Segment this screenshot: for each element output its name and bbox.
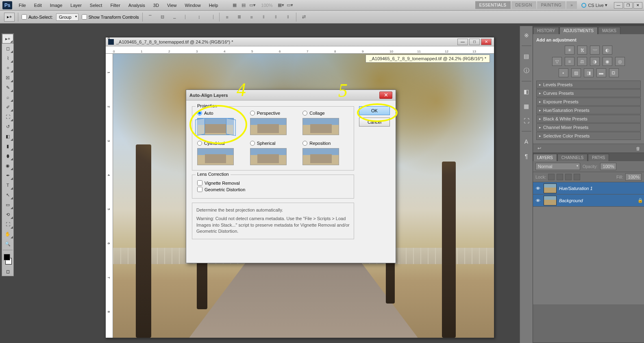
dialog-close-icon[interactable]: ✕ [379, 92, 392, 99]
healing-brush-tool[interactable]: ⌕ [2, 92, 13, 102]
window-restore-icon[interactable]: ❐ [624, 2, 633, 9]
menu-layer[interactable]: Layer [66, 1, 86, 9]
info-panel-icon[interactable]: ⓘ [522, 66, 531, 75]
auto-select-target-dropdown[interactable]: Group [56, 13, 78, 21]
tab-masks[interactable]: MASKS [598, 27, 620, 34]
lock-all-icon[interactable] [574, 174, 580, 180]
hand-tool[interactable]: ✋ [2, 229, 13, 239]
lock-transparency-icon[interactable] [548, 174, 555, 180]
cs-live-button[interactable]: CS Live ▾ [577, 2, 611, 8]
menu-image[interactable]: Image [46, 1, 67, 9]
preset-exposure-presets[interactable]: Exposure Presets [536, 98, 641, 106]
swatches-panel-icon[interactable]: ▦ [522, 102, 531, 111]
workspace-painting[interactable]: PAINTING [537, 1, 566, 9]
launch-minibridge-icon[interactable]: ▤ [239, 1, 248, 9]
menu-analysis[interactable]: Analysis [124, 1, 149, 9]
preset-hue/saturation-presets[interactable]: Hue/Saturation Presets [536, 106, 641, 114]
color-panel-icon[interactable]: ◧ [522, 87, 531, 96]
arrange-documents-icon[interactable]: ▦▾ [276, 1, 285, 9]
align-top-icon[interactable]: ⎺ [146, 13, 155, 21]
paragraph-panel-icon[interactable]: ¶ [522, 152, 531, 161]
ok-button[interactable]: OK [359, 106, 390, 115]
vignette-removal-checkbox[interactable]: Vignette Removal [197, 180, 349, 186]
threshold-icon[interactable]: ◨ [584, 68, 594, 77]
workspace-essentials[interactable]: ESSENTIALS [475, 1, 511, 9]
projection-cylindrical-option[interactable]: Cylindrical [197, 141, 244, 165]
opacity-input[interactable]: 100% [600, 163, 616, 170]
auto-select-checkbox[interactable]: Auto-Select: [22, 14, 53, 20]
workspace-design[interactable]: DESIGN [511, 1, 536, 9]
menu-select[interactable]: Select [86, 1, 107, 9]
quick-select-tool[interactable]: ✧ [2, 63, 13, 73]
photo-filter-icon[interactable]: ◉ [603, 57, 612, 66]
doc-close-icon[interactable]: ✕ [481, 39, 492, 45]
projection-collage-option[interactable]: Collage [302, 111, 349, 135]
preset-curves-presets[interactable]: Curves Presets [536, 89, 641, 97]
3d-rotate-tool[interactable]: ⟲ [2, 210, 13, 219]
cancel-button[interactable]: Cancel [359, 118, 390, 127]
curves-icon[interactable]: 〰 [590, 46, 600, 55]
marquee-tool[interactable]: ◻ [2, 44, 13, 53]
screen-mode-icon[interactable]: ▭▾ [285, 1, 294, 9]
dodge-tool[interactable]: ◉ [2, 161, 13, 170]
lock-pixels-icon[interactable] [557, 174, 563, 180]
brush-tool[interactable]: ✐ [2, 102, 13, 112]
distribute-bottom-icon[interactable]: ≡ [247, 13, 256, 21]
zoom-level[interactable]: 100% [261, 3, 272, 8]
gradient-map-icon[interactable]: ▬ [596, 68, 606, 77]
adjustments-trash-icon[interactable]: 🗑 [634, 145, 642, 152]
character-panel-icon[interactable]: A [522, 137, 531, 146]
view-extras-icon[interactable]: ▭▾ [248, 1, 257, 9]
projection-spherical-option[interactable]: Spherical [250, 141, 296, 165]
menu-window[interactable]: Window [181, 1, 205, 9]
lasso-tool[interactable]: ⌇ [2, 53, 13, 63]
distribute-top-icon[interactable]: ≡ [223, 13, 232, 21]
eyedropper-tool[interactable]: ✎ [2, 83, 13, 92]
foreground-color-swatch[interactable] [4, 254, 10, 260]
menu-help[interactable]: Help [205, 1, 222, 9]
workspace-more[interactable]: » [566, 1, 577, 9]
launch-bridge-icon[interactable]: ▦ [230, 1, 239, 9]
menu-filter[interactable]: Filter [106, 1, 124, 9]
history-brush-tool[interactable]: ↺ [2, 122, 13, 131]
tab-history[interactable]: HISTORY [533, 27, 559, 34]
vibrance-icon[interactable]: ▽ [552, 57, 562, 66]
auto-align-icon[interactable]: ⇄ [300, 13, 309, 21]
black-white-icon[interactable]: ◑ [590, 57, 600, 66]
preset-channel-mixer-presets[interactable]: Channel Mixer Presets [536, 123, 641, 131]
align-hcenter-icon[interactable]: ⫶ [195, 13, 204, 21]
window-close-icon[interactable]: ✕ [633, 2, 642, 9]
channel-mixer-icon[interactable]: ◎ [615, 57, 625, 66]
selective-color-icon[interactable]: ⛋ [609, 68, 619, 77]
projection-reposition-option[interactable]: Reposition [302, 141, 349, 165]
brightness-contrast-icon[interactable]: ☀ [565, 46, 574, 55]
tool-preset-picker[interactable]: ▸+ [4, 13, 15, 22]
blur-tool[interactable]: ⬮ [2, 151, 13, 161]
color-balance-icon[interactable]: ⚖ [577, 57, 587, 66]
shape-tool[interactable]: ▭ [2, 200, 13, 210]
show-transform-checkbox[interactable]: Show Transform Controls [82, 14, 139, 20]
doc-minimize-icon[interactable]: — [457, 39, 468, 45]
crop-tool[interactable]: ☒ [2, 73, 13, 83]
distribute-right-icon[interactable]: ⦀ [284, 13, 293, 21]
align-vcenter-icon[interactable]: ⊟ [158, 13, 167, 21]
menu-view[interactable]: View [163, 1, 181, 9]
styles-panel-icon[interactable]: ⛶ [522, 116, 531, 125]
tab-paths[interactable]: PATHS [588, 154, 609, 161]
align-right-icon[interactable]: ⎹ [207, 13, 216, 21]
preset-selective-color-presets[interactable]: Selective Color Presets [536, 132, 641, 140]
posterize-icon[interactable]: ▨ [571, 68, 581, 77]
distribute-hcenter-icon[interactable]: ⦀ [272, 13, 281, 21]
preset-levels-presets[interactable]: Levels Presets [536, 81, 641, 89]
geometric-distortion-checkbox[interactable]: Geometric Distortion [197, 187, 349, 192]
hue-saturation-icon[interactable]: ≡ [565, 57, 574, 66]
3d-camera-tool[interactable]: ⛶ [2, 219, 13, 229]
dialog-titlebar[interactable]: Auto-Align Layers ✕ [186, 90, 396, 100]
visibility-icon[interactable]: 👁 [535, 198, 541, 203]
layer-row[interactable]: 👁Hue/Saturation 1 [533, 182, 644, 194]
tab-channels[interactable]: CHANNELS [557, 154, 587, 161]
projection-auto-option[interactable]: Auto [197, 111, 244, 135]
adjustments-return-icon[interactable]: ↩ [535, 145, 543, 152]
align-left-icon[interactable]: ⎸ [183, 13, 191, 21]
horizontal-ruler[interactable]: 012345678910111213 [106, 46, 494, 54]
